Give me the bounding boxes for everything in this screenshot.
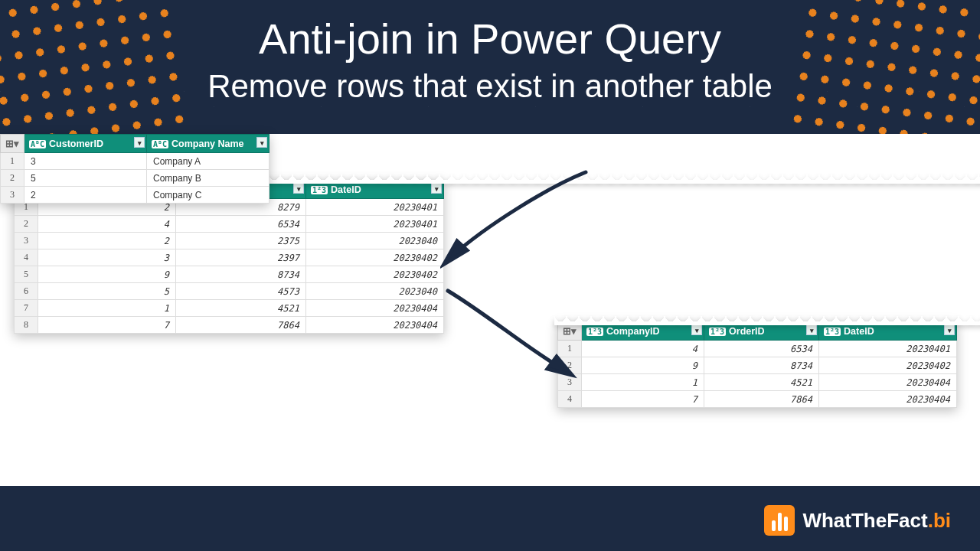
table-cell: 9 — [38, 266, 176, 283]
slide-header: Anti-join in Power Query Remove rows tha… — [0, 0, 980, 134]
row-number: 2 — [1, 170, 24, 187]
customers-table: ⊞▾AᴮCCustomerID▾AᴮCCompany Name▾13Compan… — [0, 134, 270, 204]
table-cell: 20230402 — [306, 266, 444, 283]
table-cell: 20230401 — [819, 341, 957, 357]
table-cell: 7864 — [704, 391, 819, 408]
row-number: 3 — [1, 187, 24, 204]
table-row: 71452120230404 — [15, 300, 444, 317]
table-row: 43239720230402 — [15, 249, 444, 266]
table-cell: 20230401 — [306, 199, 444, 216]
logo-text-suffix: .bi — [928, 509, 951, 532]
column-filter-icon[interactable]: ▾ — [691, 324, 702, 335]
table-row: 14653420230401 — [558, 341, 957, 357]
row-number: 2 — [15, 216, 38, 233]
table-corner-icon[interactable]: ⊞▾ — [1, 135, 24, 153]
table-cell: 3 — [24, 153, 147, 170]
table-cell: 6534 — [704, 341, 819, 357]
table-row: 13Company A — [1, 153, 270, 170]
row-number: 6 — [15, 283, 38, 300]
row-number: 7 — [15, 300, 38, 317]
logo-text-prefix: WhatTheFact — [802, 509, 927, 532]
column-header[interactable]: 1²3DateID▾ — [306, 181, 444, 199]
table-cell: 5 — [24, 170, 147, 187]
row-number: 3 — [15, 233, 38, 249]
table-cell: 20230404 — [306, 300, 444, 317]
column-filter-icon[interactable]: ▾ — [256, 137, 267, 148]
row-number: 4 — [558, 391, 582, 408]
table-row: 24653420230401 — [15, 216, 444, 233]
svg-marker-1 — [547, 357, 572, 375]
column-header[interactable]: AᴮCCompany Name▾ — [147, 135, 270, 153]
table-row: 3223752023040 — [15, 233, 444, 249]
table-cell: 5 — [38, 283, 176, 300]
slide-footer: WhatTheFact.bi — [0, 486, 980, 551]
table-cell: 4 — [38, 216, 176, 233]
table-cell: 20230401 — [306, 216, 444, 233]
arrow-orders-to-result — [440, 283, 578, 383]
table-cell: 2397 — [176, 249, 306, 266]
column-header[interactable]: AᴮCCustomerID▾ — [24, 135, 147, 153]
table-row: 6545732023040 — [15, 283, 444, 300]
row-number: 1 — [1, 153, 24, 170]
brand-logo: WhatTheFact.bi — [764, 505, 951, 536]
table-cell: Company C — [147, 187, 270, 204]
column-filter-icon[interactable]: ▾ — [293, 183, 304, 194]
table-row: 59873420230402 — [15, 266, 444, 283]
table-cell: Company A — [147, 153, 270, 170]
table-cell: 7 — [582, 391, 704, 408]
table-cell: 4521 — [704, 374, 819, 391]
row-number: 4 — [15, 249, 38, 266]
row-number: 8 — [15, 317, 38, 334]
table-cell: 1 — [582, 374, 704, 391]
table-cell: 20230402 — [306, 249, 444, 266]
table-cell: 2 — [38, 233, 176, 249]
slide-title: Anti-join in Power Query — [0, 0, 980, 64]
table-cell: 7 — [38, 317, 176, 334]
table-cell: 6534 — [176, 216, 306, 233]
column-filter-icon[interactable]: ▾ — [134, 137, 145, 148]
column-header[interactable]: 1²3OrderID▾ — [704, 322, 819, 341]
svg-marker-0 — [444, 241, 467, 264]
column-header[interactable]: 1²3DateID▾ — [819, 322, 957, 341]
table-cell: 8734 — [176, 266, 306, 283]
table-cell: 8734 — [704, 357, 819, 374]
table-row: 29873420230402 — [558, 357, 957, 374]
table-cell: 2375 — [176, 233, 306, 249]
logo-text: WhatTheFact.bi — [802, 509, 951, 533]
table-row: 47786420230404 — [558, 391, 957, 408]
arrow-customers-to-orders — [440, 165, 593, 272]
table-cell: 20230402 — [819, 357, 957, 374]
logo-icon — [764, 505, 795, 536]
table-row: 32Company C — [1, 187, 270, 204]
column-filter-icon[interactable]: ▾ — [806, 324, 817, 335]
column-header[interactable]: 1²3CompanyID▾ — [582, 322, 704, 341]
table-cell: 2023040 — [306, 233, 444, 249]
slide-content: ⊞▾1²3CompanyID▾1²3OrderID▾1²3DateID▾1282… — [0, 134, 980, 486]
result-table: ⊞▾1²3CompanyID▾1²3OrderID▾1²3DateID▾1465… — [557, 321, 957, 408]
table-row: 25Company B — [1, 170, 270, 187]
slide-subtitle: Remove rows that exist in another table — [0, 68, 980, 105]
table-cell: 7864 — [176, 317, 306, 334]
table-cell: 4573 — [176, 283, 306, 300]
table-cell: 1 — [38, 300, 176, 317]
table-cell: 4521 — [176, 300, 306, 317]
table-cell: 3 — [38, 249, 176, 266]
table-cell: Company B — [147, 170, 270, 187]
table-row: 31452120230404 — [558, 374, 957, 391]
table-cell: 9 — [582, 357, 704, 374]
row-number: 5 — [15, 266, 38, 283]
table-cell: 2 — [24, 187, 147, 204]
table-cell: 20230404 — [306, 317, 444, 334]
column-filter-icon[interactable]: ▾ — [944, 324, 955, 335]
table-cell: 20230404 — [819, 374, 957, 391]
table-cell: 4 — [582, 341, 704, 357]
table-row: 87786420230404 — [15, 317, 444, 334]
table-cell: 20230404 — [819, 391, 957, 408]
table-cell: 2023040 — [306, 283, 444, 300]
